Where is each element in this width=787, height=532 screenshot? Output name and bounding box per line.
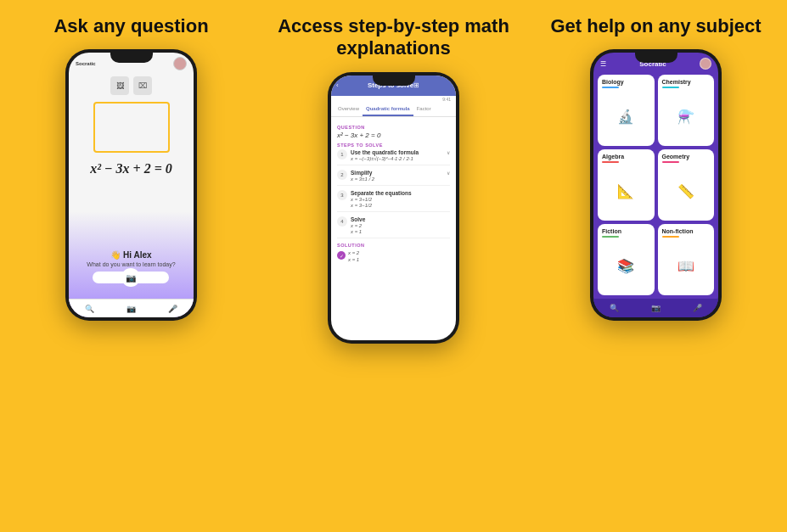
step-4-content: Solve x = 2 x = 1 bbox=[351, 216, 450, 234]
biology-title: Biology bbox=[602, 79, 650, 85]
panel-1-title: Ask any question bbox=[53, 15, 208, 37]
step-3-formula2: x = 3−1/2 bbox=[351, 203, 450, 208]
mic-bottom-icon[interactable]: 🎤 bbox=[168, 305, 177, 313]
card-fiction[interactable]: Fiction 📚 bbox=[598, 224, 655, 295]
phone-1-content: Socratic 🖼 ⌧ x² − 3x + 2 = 0 👋 Hi Alex bbox=[69, 53, 194, 317]
solution-2: x = 1 bbox=[348, 257, 359, 262]
phone-1-screen: Socratic 🖼 ⌧ x² − 3x + 2 = 0 👋 Hi Alex bbox=[69, 53, 194, 317]
check-icon: ✓ bbox=[337, 251, 346, 260]
fiction-title: Fiction bbox=[602, 228, 650, 234]
step-2-num: 2 bbox=[337, 170, 347, 180]
panel-2: Access step-by-step math explanations ‹ … bbox=[262, 0, 525, 532]
step-2-formula: x = 3±1 / 2 bbox=[351, 176, 443, 182]
step-3-formula1: x = 3+1/2 bbox=[351, 197, 450, 202]
phone-3-content: ☰ Socratic Biology 🔬 Chemistry bbox=[593, 53, 718, 317]
solution-1: x = 2 bbox=[348, 250, 359, 255]
back-button[interactable]: ‹ bbox=[336, 81, 339, 89]
phone-2-question: x² − 3x + 2 = 0 bbox=[337, 132, 450, 139]
fiction-img: 📚 bbox=[602, 240, 650, 291]
camera-button[interactable]: 📷 bbox=[121, 268, 140, 287]
chemistry-img: ⚗️ bbox=[662, 91, 711, 142]
tab-overview[interactable]: Overview bbox=[334, 103, 363, 116]
card-algebra[interactable]: Algebra 📐 bbox=[598, 149, 655, 221]
nonfiction-stripe bbox=[662, 236, 679, 238]
step-3-num: 3 bbox=[337, 190, 347, 200]
menu-icon[interactable]: ☰ bbox=[600, 60, 606, 68]
subject-grid: Biology 🔬 Chemistry ⚗️ Algebra 📐 bbox=[593, 71, 718, 299]
panel-2-title: Access step-by-step math explanations bbox=[271, 15, 516, 60]
panel-1: Ask any question Socratic 🖼 ⌧ x² − 3x + … bbox=[0, 0, 262, 532]
scan-area bbox=[93, 102, 170, 153]
biology-img: 🔬 bbox=[602, 91, 650, 142]
step-2: 2 Simplify x = 3±1 / 2 ∨ bbox=[337, 170, 450, 186]
nonfiction-img: 📖 bbox=[662, 240, 711, 291]
phone-1-sub: What do you want to learn today? bbox=[87, 261, 175, 267]
camera-bottom-icon[interactable]: 📷 bbox=[126, 305, 136, 313]
card-nonfiction[interactable]: Non-fiction 📖 bbox=[658, 224, 715, 295]
step-1-toggle[interactable]: ∨ bbox=[447, 149, 450, 155]
step-4-num: 4 bbox=[337, 216, 347, 227]
panel-3-title: Get help on any subject bbox=[550, 15, 761, 37]
phone-2-main: QUESTION x² − 3x + 2 = 0 STEPS TO SOLVE … bbox=[331, 117, 456, 340]
step-3-content: Separate the equations x = 3+1/2 x = 3−1… bbox=[351, 190, 450, 208]
scan-icon-box: ⌧ bbox=[133, 76, 152, 95]
phone-1-greeting-area: 👋 Hi Alex What do you want to learn toda… bbox=[87, 250, 175, 299]
phone-1-icons: 🖼 ⌧ bbox=[110, 76, 152, 95]
step-4-formula1: x = 2 bbox=[351, 223, 450, 228]
biology-stripe bbox=[602, 87, 619, 88]
phone-3-notch bbox=[635, 53, 677, 63]
fiction-stripe bbox=[602, 236, 619, 238]
mic-icon-3[interactable]: 🎤 bbox=[693, 304, 702, 312]
question-label: QUESTION bbox=[337, 125, 450, 130]
geometry-title: Geometry bbox=[662, 154, 711, 160]
photo-icon-box: 🖼 bbox=[110, 76, 129, 95]
phone-2-notch bbox=[373, 76, 415, 86]
card-chemistry[interactable]: Chemistry ⚗️ bbox=[658, 75, 715, 146]
phone-2-screen: ‹ Steps to solve ⊞ 9:41 Overview Quadrat… bbox=[331, 76, 456, 340]
phone-3-avatar bbox=[700, 58, 711, 70]
algebra-stripe bbox=[602, 161, 619, 163]
algebra-title: Algebra bbox=[602, 154, 650, 160]
phone-3: ☰ Socratic Biology 🔬 Chemistry bbox=[590, 49, 722, 321]
search-bottom-icon[interactable]: 🔍 bbox=[85, 305, 94, 313]
card-geometry[interactable]: Geometry 📏 bbox=[658, 149, 715, 221]
phone-1-avatar bbox=[173, 57, 187, 70]
algebra-img: 📐 bbox=[602, 165, 650, 216]
chemistry-stripe bbox=[662, 87, 679, 88]
phone-3-screen: ☰ Socratic Biology 🔬 Chemistry bbox=[593, 53, 718, 317]
card-biology[interactable]: Biology 🔬 bbox=[598, 75, 655, 146]
chemistry-title: Chemistry bbox=[662, 79, 711, 85]
step-1: 1 Use the quadratic formula x = −(−3)±√(… bbox=[337, 149, 450, 165]
bookmark-icon[interactable]: ⊞ bbox=[413, 81, 419, 89]
step-1-num: 1 bbox=[337, 149, 347, 160]
step-4-title: Solve bbox=[351, 216, 450, 222]
geometry-stripe bbox=[662, 161, 679, 163]
phone-2-status: 9:41 bbox=[331, 96, 456, 103]
phone-3-bottom-bar: 🔍 📷 🎤 bbox=[593, 299, 718, 317]
step-4-formula2: x = 1 bbox=[351, 229, 450, 234]
step-4: 4 Solve x = 2 x = 1 bbox=[337, 216, 450, 238]
step-3-title: Separate the equations bbox=[351, 190, 450, 196]
tab-quadratic[interactable]: Quadratic formula bbox=[363, 103, 413, 116]
step-2-toggle[interactable]: ∨ bbox=[447, 170, 450, 176]
search-icon-3[interactable]: 🔍 bbox=[610, 304, 619, 312]
phone-2: ‹ Steps to solve ⊞ 9:41 Overview Quadrat… bbox=[328, 72, 459, 344]
step-1-formula: x = −(−3)±√(−3)²−4·1·2 / 2·1 bbox=[351, 156, 443, 161]
phone-1-bottom-bar: 🔍 📷 🎤 bbox=[69, 299, 194, 317]
phone-1-equation: x² − 3x + 2 = 0 bbox=[90, 161, 172, 176]
step-3: 3 Separate the equations x = 3+1/2 x = 3… bbox=[337, 190, 450, 212]
phone-2-content: ‹ Steps to solve ⊞ 9:41 Overview Quadrat… bbox=[331, 76, 456, 340]
solution-values: x = 2 x = 1 bbox=[348, 249, 359, 262]
phone-1-search-bar[interactable]: 📷 bbox=[93, 272, 169, 283]
step-2-title: Simplify bbox=[351, 170, 443, 176]
geometry-img: 📏 bbox=[662, 165, 711, 216]
phone-1-notch bbox=[110, 53, 153, 63]
camera-icon-3[interactable]: 📷 bbox=[651, 304, 661, 312]
step-2-content: Simplify x = 3±1 / 2 bbox=[351, 170, 443, 182]
panel-3: Get help on any subject ☰ Socratic Biolo… bbox=[525, 0, 787, 532]
tab-factor[interactable]: Factor bbox=[413, 103, 435, 116]
solution-label: SOLUTION bbox=[337, 243, 450, 248]
nonfiction-title: Non-fiction bbox=[662, 228, 711, 234]
phone-1-greeting: 👋 Hi Alex bbox=[87, 250, 175, 260]
phone-2-tabs: Overview Quadratic formula Factor bbox=[331, 103, 456, 117]
